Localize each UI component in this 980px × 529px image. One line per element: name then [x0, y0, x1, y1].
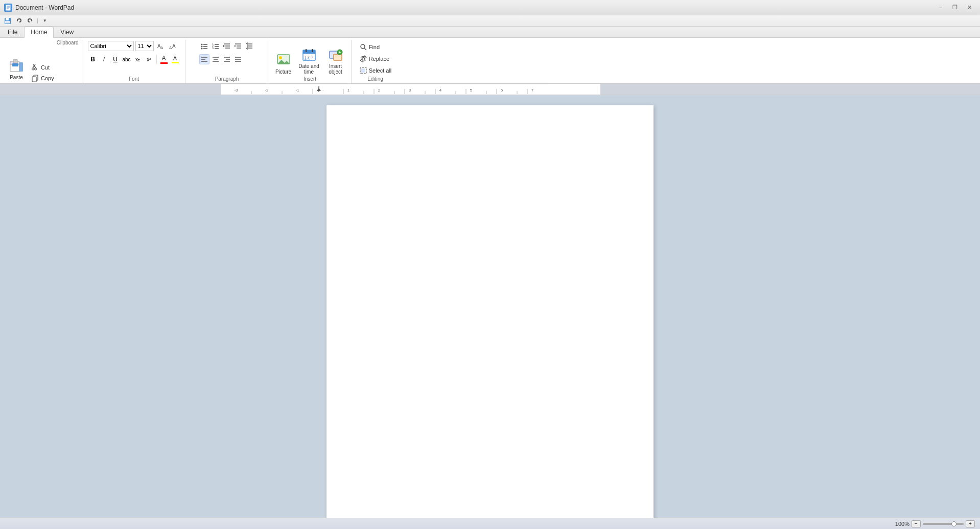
- number-list-button[interactable]: 1. 2. 3.: [211, 41, 221, 51]
- paragraph-group: 1. 2. 3.: [186, 40, 268, 83]
- zoom-in-button[interactable]: +: [966, 520, 975, 527]
- decrease-indent-button[interactable]: [222, 41, 232, 51]
- quick-access-separator: |: [37, 18, 38, 24]
- app-icon: [4, 4, 12, 12]
- svg-line-71: [364, 48, 366, 50]
- align-right-button[interactable]: [222, 54, 232, 64]
- font-name-row: Calibri 11 A A A A: [88, 41, 177, 51]
- svg-text:+: +: [338, 50, 341, 55]
- underline-button[interactable]: U: [110, 54, 121, 64]
- picture-icon: [275, 52, 292, 68]
- superscript-button[interactable]: x²: [144, 54, 154, 64]
- redo-button[interactable]: [26, 16, 35, 26]
- svg-text:3: 3: [409, 88, 411, 93]
- zoom-slider-thumb: [951, 521, 956, 526]
- svg-text:A: A: [160, 45, 164, 50]
- para-align-row: [199, 54, 243, 64]
- title-bar-left: Document - WordPad: [4, 4, 74, 12]
- highlight-color-indicator: [172, 62, 179, 63]
- select-all-button[interactable]: Select all: [357, 65, 394, 76]
- quick-access-toolbar: | ▼: [0, 15, 980, 27]
- subscript-button[interactable]: x₂: [133, 54, 143, 64]
- svg-point-24: [201, 46, 203, 48]
- document-page[interactable]: [326, 105, 654, 518]
- svg-rect-10: [12, 63, 18, 66]
- svg-rect-17: [32, 77, 36, 82]
- font-size-select[interactable]: 11: [135, 41, 154, 51]
- align-left-button[interactable]: [199, 54, 209, 64]
- font-divider: [156, 55, 157, 64]
- main-area: [0, 95, 980, 518]
- highlight-button[interactable]: A: [170, 54, 180, 64]
- font-group-label: Font: [129, 76, 139, 83]
- svg-point-58: [279, 56, 282, 59]
- copy-button[interactable]: Copy: [29, 73, 57, 83]
- svg-point-22: [201, 44, 203, 45]
- svg-rect-5: [6, 18, 9, 20]
- paste-button[interactable]: Paste: [5, 54, 28, 83]
- grow-font-button[interactable]: A A: [155, 41, 166, 51]
- insert-group-label: Insert: [304, 76, 316, 83]
- font-family-select[interactable]: Calibri: [88, 41, 134, 51]
- svg-text:-1: -1: [295, 88, 299, 93]
- svg-rect-73: [361, 68, 365, 73]
- zoom-slider[interactable]: [923, 523, 964, 525]
- italic-button[interactable]: I: [99, 54, 109, 64]
- svg-rect-0: [6, 5, 11, 11]
- font-color-button[interactable]: A: [159, 54, 169, 64]
- svg-text:A: A: [172, 43, 176, 49]
- tab-home[interactable]: Home: [24, 27, 54, 38]
- svg-rect-61: [303, 50, 315, 54]
- window-title: Document - WordPad: [15, 4, 74, 11]
- replace-button[interactable]: Replace: [357, 54, 392, 64]
- editing-group: Find Replace Select all: [353, 40, 399, 83]
- quick-access-customize-button[interactable]: ▼: [40, 16, 50, 26]
- svg-text:4: 4: [439, 88, 442, 93]
- svg-marker-41: [235, 45, 236, 47]
- svg-rect-6: [5, 21, 10, 24]
- svg-point-15: [35, 68, 37, 70]
- window-controls: − ❐ ✕: [934, 3, 976, 13]
- status-bar: 100% − +: [0, 518, 980, 529]
- tab-file[interactable]: File: [1, 27, 24, 37]
- minimize-button[interactable]: −: [934, 3, 947, 13]
- picture-button[interactable]: Picture: [272, 47, 295, 76]
- strikethrough-button[interactable]: abc: [122, 54, 132, 64]
- bullet-list-button[interactable]: [199, 41, 209, 51]
- shrink-font-button[interactable]: A A: [167, 41, 177, 51]
- replace-label: Replace: [369, 56, 389, 62]
- align-center-button[interactable]: [211, 54, 221, 64]
- zoom-out-button[interactable]: −: [912, 520, 921, 527]
- close-button[interactable]: ✕: [963, 3, 976, 13]
- svg-text:·: ·: [322, 88, 323, 93]
- tab-view[interactable]: View: [54, 27, 80, 37]
- ribbon-tabs: File Home View: [0, 27, 980, 38]
- cut-button[interactable]: Cut: [29, 62, 57, 73]
- svg-point-14: [32, 68, 34, 70]
- font-group: Calibri 11 A A A A: [83, 40, 185, 83]
- svg-text:-2: -2: [265, 88, 269, 93]
- ruler-cursor: [317, 88, 321, 91]
- line-spacing-button[interactable]: [244, 41, 254, 51]
- ruler-content[interactable]: -3 -2 -1 · 1 2 3 4 5 6 7: [221, 84, 600, 95]
- justify-button[interactable]: [233, 54, 243, 64]
- restore-button[interactable]: ❐: [948, 3, 962, 13]
- svg-rect-8: [13, 59, 17, 63]
- paragraph-group-label: Paragraph: [215, 76, 239, 83]
- svg-point-70: [361, 44, 365, 49]
- save-button[interactable]: [3, 16, 12, 26]
- datetime-button[interactable]: 1 2 3 4 5 Date and time: [297, 47, 321, 76]
- insert-group: Picture 1 2 3 4 5 Date and time: [269, 40, 352, 83]
- ruler-left-margin: [0, 84, 221, 95]
- undo-button[interactable]: [14, 16, 24, 26]
- increase-indent-button[interactable]: [233, 41, 243, 51]
- clipboard-group-label: Clipboard: [57, 40, 79, 83]
- ribbon: Paste Cut: [0, 38, 980, 84]
- svg-marker-37: [223, 45, 225, 47]
- find-button[interactable]: Find: [357, 42, 382, 52]
- bold-button[interactable]: B: [88, 54, 98, 64]
- paste-icon: [8, 57, 25, 74]
- svg-point-26: [201, 48, 203, 50]
- insert-object-button[interactable]: + Insert object: [323, 47, 348, 76]
- svg-text:3.: 3.: [212, 47, 214, 50]
